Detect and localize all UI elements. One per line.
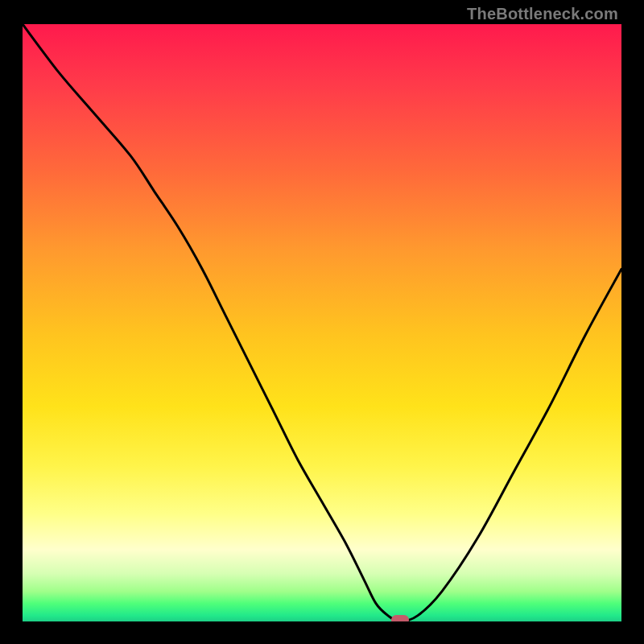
watermark-text: TheBottleneck.com xyxy=(467,5,618,23)
chart-frame: { "watermark": "TheBottleneck.com", "col… xyxy=(0,0,644,644)
bottleneck-curve xyxy=(23,24,621,621)
minimum-marker xyxy=(391,615,409,621)
plot-area xyxy=(23,24,621,621)
